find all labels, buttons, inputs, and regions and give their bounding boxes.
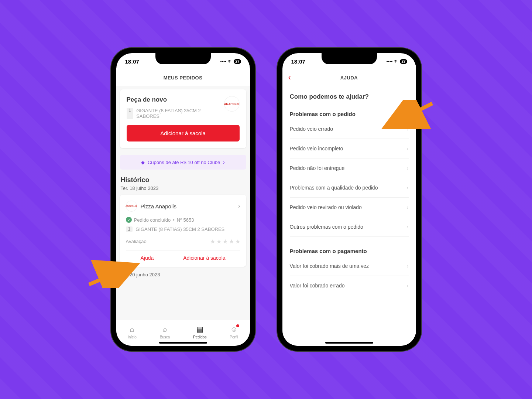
nav-bar: ‹ AJUDA (282, 69, 416, 86)
chevron-right-icon: › (407, 283, 409, 289)
notification-dot-icon (236, 324, 239, 327)
help-item[interactable]: Pedido não foi entregue› (290, 158, 409, 178)
promo-banner[interactable]: ◆ Cupons de até R$ 10 off no Clube › (120, 155, 246, 170)
order-again-title: Peça de novo (127, 96, 240, 103)
phone-right: 18:07 ▪▪▪▪ ᯤ 27 ‹ AJUDA Como podemos te … (277, 48, 421, 351)
wifi-icon: ᯤ (394, 59, 398, 64)
tab-pedidos[interactable]: ▤ Pedidos (193, 325, 206, 339)
star-icon[interactable]: ★ (229, 238, 234, 245)
item-desc: GIGANTE (8 FATIAS) 35CM 2 SABORES (136, 108, 224, 119)
merchant-logo-small-icon: ANAPOLIS (126, 201, 137, 212)
svg-line-0 (89, 266, 133, 284)
history-item: 1 GIGANTE (8 FATIAS) 35CM 2 SABORES (126, 226, 240, 232)
chevron-right-icon: › (407, 185, 409, 191)
order-again-card: ANAPOLIS Peça de novo 1 GIGANTE (8 FATIA… (120, 89, 246, 148)
order-status: ✓ Pedido concluído • Nº 5653 (126, 217, 240, 223)
help-heading: Como podemos te ajudar? (290, 93, 409, 100)
tag-icon: ◆ (141, 160, 145, 165)
history-date: Ter. 18 julho 2023 (121, 185, 246, 191)
check-circle-icon: ✓ (126, 217, 132, 223)
tab-label: Início (128, 335, 137, 339)
merchant-row[interactable]: ANAPOLIS Pizza Anapolis › (126, 201, 240, 212)
order-number: Nº 5653 (177, 217, 194, 223)
arrow-annotation-right (377, 100, 436, 133)
notch (322, 53, 377, 64)
status-time: 18:07 (125, 58, 139, 65)
receipt-icon: ▤ (196, 325, 203, 334)
status-icons: ▪▪▪▪ ᯤ 27 (386, 59, 407, 64)
history-title: Histórico (121, 176, 246, 184)
signal-icon: ▪▪▪▪ (220, 59, 226, 64)
help-item[interactable]: Valor foi cobrado errado› (290, 276, 409, 295)
tab-label: Perfil (230, 335, 238, 339)
screen-right: 18:07 ▪▪▪▪ ᯤ 27 ‹ AJUDA Como podemos te … (282, 53, 416, 346)
help-item-label: Pedido não foi entregue (290, 165, 345, 171)
help-item-label: Valor foi cobrado errado (290, 283, 345, 289)
help-item[interactable]: Problemas com a qualidade do pedido› (290, 178, 409, 198)
nav-bar: MEUS PEDIDOS (116, 69, 250, 86)
battery-icon: 27 (400, 59, 407, 64)
screen-left: 18:07 ▪▪▪▪ ᯤ 27 MEUS PEDIDOS ANAPOLIS Pe… (116, 53, 250, 346)
history-card: ANAPOLIS Pizza Anapolis › ✓ Pedido concl… (120, 195, 246, 267)
item-desc: GIGANTE (8 FATIAS) 35CM 2 SABORES (135, 226, 224, 232)
add-to-bag-button[interactable]: Adicionar à sacola (183, 255, 225, 261)
home-indicator[interactable] (325, 342, 373, 344)
add-to-bag-button[interactable]: Adicionar à sacola (127, 125, 240, 141)
chevron-right-icon: › (407, 204, 409, 210)
help-item-label: Pedido veio revirado ou violado (290, 204, 362, 210)
svg-line-1 (388, 103, 432, 126)
help-item-label: Outros problemas com o pedido (290, 224, 363, 230)
help-section-payment: Problemas com o pagamento (290, 248, 409, 254)
signal-icon: ▪▪▪▪ (386, 59, 392, 64)
profile-icon: ☺ (230, 325, 237, 334)
help-item-label: Valor foi cobrado mais de uma vez (290, 263, 369, 269)
help-item[interactable]: Pedido veio revirado ou violado› (290, 198, 409, 217)
rating-row[interactable]: Avaliação ★★★★★ (126, 238, 240, 245)
status-time: 18:07 (291, 58, 305, 65)
rating-stars[interactable]: ★★★★★ (210, 238, 240, 245)
star-icon[interactable]: ★ (216, 238, 222, 245)
help-item[interactable]: Valor foi cobrado mais de uma vez› (290, 256, 409, 276)
star-icon[interactable]: ★ (235, 238, 240, 245)
qty-badge: 1 (127, 108, 134, 119)
home-icon: ⌂ (130, 325, 134, 334)
help-item-label: Pedido veio errado (290, 126, 333, 132)
nav-title: MEUS PEDIDOS (164, 75, 203, 81)
chevron-right-icon: › (407, 263, 409, 269)
star-icon[interactable]: ★ (210, 238, 215, 245)
chevron-right-icon: › (407, 165, 409, 171)
chevron-right-icon: › (407, 224, 409, 230)
order-again-item: 1 GIGANTE (8 FATIAS) 35CM 2 SABORES (127, 108, 224, 119)
status-text: Pedido concluído (134, 217, 171, 223)
help-item[interactable]: Outros problemas com o pedido› (290, 217, 409, 237)
rating-label: Avaliação (126, 239, 147, 244)
battery-icon: 27 (234, 59, 241, 64)
tab-label: Pedidos (193, 335, 206, 339)
merchant-logo-icon: ANAPOLIS (224, 96, 240, 112)
status-icons: ▪▪▪▪ ᯤ 27 (220, 59, 241, 64)
star-icon[interactable]: ★ (223, 238, 228, 245)
help-item-label: Pedido veio incompleto (290, 146, 343, 151)
qty-badge: 1 (126, 226, 133, 232)
chevron-right-icon: › (407, 146, 409, 151)
notch (155, 53, 211, 64)
home-indicator[interactable] (159, 342, 207, 344)
wifi-icon: ᯤ (228, 59, 232, 64)
nav-title: AJUDA (340, 75, 358, 81)
help-item-label: Problemas com a qualidade do pedido (290, 185, 378, 191)
phone-left: 18:07 ▪▪▪▪ ᯤ 27 MEUS PEDIDOS ANAPOLIS Pe… (111, 48, 255, 351)
search-icon: ⌕ (163, 325, 167, 334)
chevron-right-icon: › (238, 203, 240, 209)
merchant-name: Pizza Anapolis (141, 203, 235, 209)
chevron-right-icon: › (223, 159, 225, 165)
tab-label: Busca (160, 335, 170, 339)
help-item[interactable]: Pedido veio incompleto› (290, 139, 409, 158)
back-button[interactable]: ‹ (288, 73, 291, 82)
tab-perfil[interactable]: ☺ Perfil (230, 325, 238, 339)
arrow-annotation-left (85, 259, 144, 288)
tab-inicio[interactable]: ⌂ Início (128, 325, 137, 339)
promo-text: Cupons de até R$ 10 off no Clube (148, 160, 220, 165)
tab-busca[interactable]: ⌕ Busca (160, 325, 170, 339)
